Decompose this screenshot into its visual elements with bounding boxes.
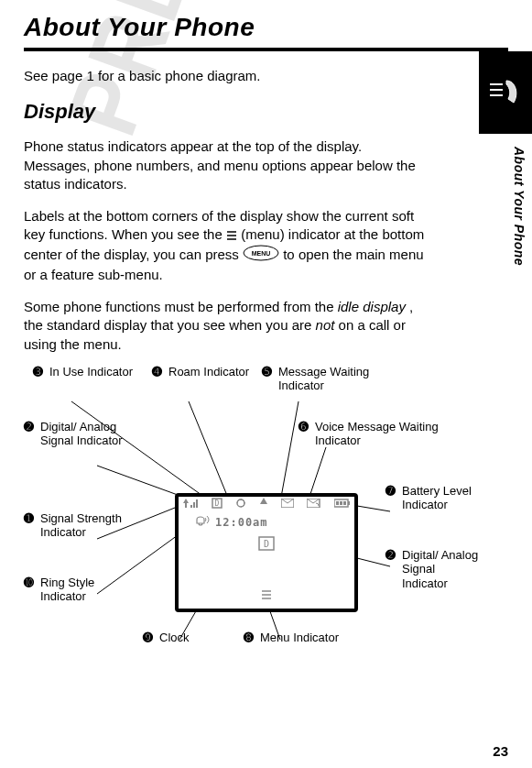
callout-label-da-right: Digital/ Analog Signal Indicator <box>402 548 482 591</box>
display-row-2: 12:00am <box>179 513 354 532</box>
digital-icon: D <box>212 498 223 511</box>
callout-menu-indicator: ➑ Menu Indicator <box>244 631 339 645</box>
callout-label-da-left: Digital/ Analog Signal Indicator <box>40 420 141 448</box>
ring-style-icon <box>195 515 210 531</box>
callout-label-msg-waiting: Message Waiting Indicator <box>278 365 407 393</box>
callout-num-2a: ➋ <box>24 420 37 448</box>
callout-num-6: ➏ <box>299 420 311 448</box>
paragraph-2: Labels at the bottom corners of the disp… <box>24 207 427 284</box>
svg-line-6 <box>189 401 230 502</box>
callout-battery: ➐ Battery Level Indicator <box>385 484 482 512</box>
callout-voice-msg: ➏ Voice Message Waiting Indicator <box>299 420 443 448</box>
menu-key-icon: MENU <box>243 245 279 266</box>
callout-roam: ➍ Roam Indicator <box>152 365 249 379</box>
menu-key-label: MENU <box>252 250 271 257</box>
clock-value: 12:00am <box>215 516 268 529</box>
callout-msg-waiting: ➎ Message Waiting Indicator <box>262 365 407 393</box>
callout-clock: ➒ Clock <box>143 631 190 645</box>
callout-label-ring: Ring Style Indicator <box>40 576 141 604</box>
signal-icon <box>182 498 199 511</box>
display-heading: Display <box>24 100 508 124</box>
svg-line-5 <box>71 401 212 502</box>
callout-label-voice: Voice Message Waiting Indicator <box>315 420 443 448</box>
intro-text: See page 1 for a basic phone diagram. <box>24 68 508 83</box>
roam-icon <box>259 498 268 511</box>
paragraph-3: Some phone functions must be performed f… <box>24 298 427 354</box>
battery-icon <box>334 499 351 510</box>
display-row-3: D <box>179 536 354 554</box>
menu-indicator-icon <box>226 231 237 240</box>
callout-digital-analog-left: ➋ Digital/ Analog Signal Indicator <box>24 420 141 448</box>
svg-rect-16 <box>190 505 192 508</box>
page-title: About Your Phone <box>24 13 508 42</box>
callout-digital-analog-right: ➋ Digital/ Analog Signal Indicator <box>385 548 482 591</box>
callout-num-5: ➎ <box>262 365 275 393</box>
svg-rect-26 <box>336 501 339 505</box>
phone-display: D <box>175 493 358 612</box>
idle-display-term: idle display <box>338 299 406 314</box>
voicemail-icon <box>307 499 321 510</box>
callout-num-7: ➐ <box>385 484 398 512</box>
callout-ring-style: ➓ Ring Style Indicator <box>24 576 141 604</box>
svg-rect-27 <box>340 501 342 505</box>
in-use-icon <box>235 498 246 511</box>
callout-in-use: ➌ In Use Indicator <box>33 365 133 379</box>
svg-text:D: D <box>264 539 269 549</box>
callout-num-10: ➓ <box>24 576 37 604</box>
svg-rect-25 <box>348 501 350 505</box>
callout-signal-strength: ➊ Signal Strength Indicator <box>24 511 141 540</box>
menu-indicator-bottom <box>179 588 354 603</box>
status-bar: D <box>179 497 354 513</box>
svg-text:D: D <box>215 499 220 508</box>
title-rule <box>24 48 508 51</box>
svg-rect-28 <box>343 501 346 505</box>
callout-num-8: ➑ <box>244 631 256 645</box>
callout-label-clock: Clock <box>159 631 190 645</box>
display-diagram: ➌ In Use Indicator ➍ Roam Indicator ➎ Me… <box>24 365 482 658</box>
page-number: 23 <box>493 743 508 759</box>
callout-num-2b: ➋ <box>385 548 398 591</box>
callout-label-signal: Signal Strength Indicator <box>40 511 141 540</box>
paragraph-1: Phone status indicators appear at the to… <box>24 137 427 193</box>
callout-label-roam: Roam Indicator <box>168 365 249 379</box>
callout-num-4: ➍ <box>152 365 165 379</box>
callout-num-1: ➊ <box>24 511 37 540</box>
not-term: not <box>316 317 335 333</box>
callout-num-3: ➌ <box>33 365 46 379</box>
callout-label-in-use: In Use Indicator <box>49 365 133 379</box>
svg-rect-18 <box>196 499 198 508</box>
svg-rect-17 <box>193 502 195 508</box>
callout-label-battery: Battery Level Indicator <box>402 484 482 512</box>
digital-indicator-large-icon: D <box>258 536 275 551</box>
para3-part-a: Some phone functions must be performed f… <box>24 299 338 314</box>
svg-line-7 <box>280 401 299 502</box>
message-icon <box>281 499 294 510</box>
callout-num-9: ➒ <box>143 631 156 645</box>
callout-label-menu: Menu Indicator <box>260 631 339 645</box>
